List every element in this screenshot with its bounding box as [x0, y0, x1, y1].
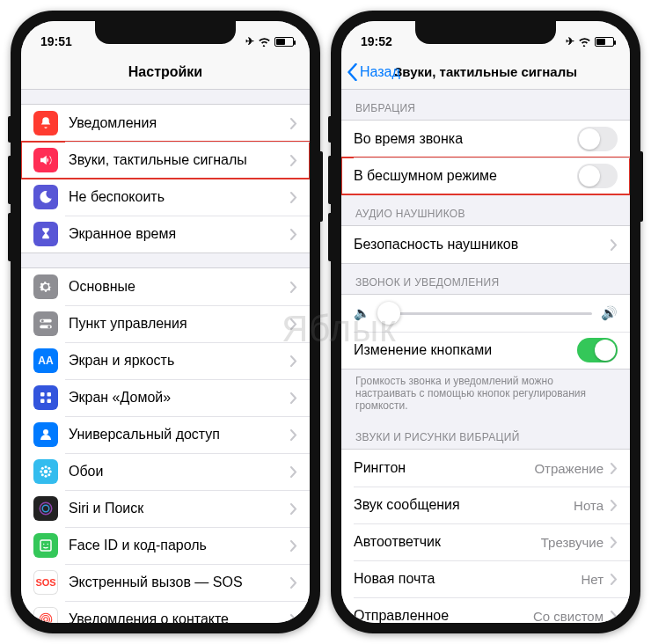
- sounds-content[interactable]: ВИБРАЦИЯ Во время звонкаВ бесшумном режи…: [341, 90, 630, 623]
- battery-icon: [274, 37, 294, 47]
- chevron-right-icon: [290, 429, 297, 441]
- settings-row[interactable]: Экранное время: [21, 216, 310, 252]
- back-label: Назад: [360, 64, 400, 80]
- row-label: Обои: [69, 464, 283, 479]
- ringer-footer: Громкость звонка и уведомлений можно нас…: [341, 370, 630, 419]
- change-with-buttons-row[interactable]: Изменение кнопками: [341, 332, 630, 369]
- vibration-row[interactable]: В бесшумном режиме: [341, 157, 630, 194]
- svg-rect-6: [40, 399, 45, 404]
- settings-row[interactable]: Обои: [21, 453, 310, 490]
- settings-group-1: УведомленияЗвуки, тактильные сигналыНе б…: [21, 104, 310, 253]
- settings-row[interactable]: AAЭкран и яркость: [21, 342, 310, 379]
- sound-row[interactable]: ОтправленноеСо свистом: [341, 597, 630, 623]
- row-label: Пункт управления: [69, 316, 283, 332]
- row-label: Новая почта: [354, 571, 575, 587]
- row-label: В бесшумном режиме: [354, 168, 577, 184]
- wifi-icon: [578, 37, 591, 47]
- chevron-right-icon: [290, 577, 297, 589]
- phone-left: 19:51 ✈︎ Настройки УведомленияЗвуки, так…: [11, 11, 320, 633]
- svg-point-11: [45, 475, 48, 478]
- row-label: Экстренный вызов — SOS: [69, 574, 283, 590]
- volume-high-icon: 🔊: [601, 305, 618, 321]
- svg-point-1: [41, 319, 44, 322]
- status-time: 19:51: [40, 34, 72, 48]
- sound-row[interactable]: Звук сообщенияНота: [341, 487, 630, 523]
- change-with-buttons-toggle[interactable]: [577, 338, 618, 362]
- chevron-right-icon: [290, 118, 297, 129]
- chevron-right-icon: [611, 611, 618, 622]
- volume-low-icon: 🔈: [354, 305, 370, 321]
- row-detail: Трезвучие: [541, 535, 603, 550]
- svg-point-19: [42, 505, 49, 512]
- settings-row[interactable]: Экран «Домой»: [21, 379, 310, 416]
- chevron-right-icon: [611, 537, 618, 548]
- row-icon: [33, 533, 58, 558]
- settings-row[interactable]: Основные: [21, 268, 310, 305]
- ringer-volume-slider-row[interactable]: 🔈 🔊: [341, 295, 630, 332]
- notch: [415, 21, 556, 44]
- settings-row[interactable]: Пункт управления: [21, 305, 310, 342]
- settings-row[interactable]: Face ID и код-пароль: [21, 527, 310, 564]
- svg-point-10: [45, 465, 48, 468]
- chevron-right-icon: [611, 239, 618, 251]
- svg-point-8: [43, 429, 48, 435]
- row-icon: SOS: [33, 570, 58, 595]
- row-label: Универсальный доступ: [69, 427, 283, 443]
- row-detail: Нота: [574, 498, 603, 513]
- row-icon: [33, 148, 58, 172]
- status-icons: ✈︎: [245, 35, 294, 48]
- volume-slider-thumb[interactable]: [377, 302, 400, 325]
- row-label: Во время звонка: [354, 131, 577, 147]
- settings-content[interactable]: УведомленияЗвуки, тактильные сигналыНе б…: [21, 90, 310, 623]
- row-icon: [33, 607, 58, 623]
- sound-row[interactable]: РингтонОтражение: [341, 450, 630, 487]
- svg-point-13: [49, 471, 52, 473]
- row-label: Основные: [69, 279, 283, 295]
- row-detail: Со свистом: [533, 609, 603, 624]
- row-label: Отправленное: [354, 608, 528, 623]
- svg-point-9: [44, 470, 48, 474]
- svg-point-21: [43, 544, 45, 545]
- svg-point-3: [48, 326, 50, 328]
- headphone-safety-row[interactable]: Безопасность наушников: [341, 226, 630, 263]
- vibration-row[interactable]: Во время звонка: [341, 121, 630, 157]
- chevron-right-icon: [290, 318, 297, 330]
- settings-row[interactable]: Siri и Поиск: [21, 490, 310, 527]
- back-button[interactable]: Назад: [347, 63, 400, 81]
- status-time: 19:52: [361, 34, 392, 48]
- svg-rect-20: [40, 540, 51, 551]
- chevron-right-icon: [290, 614, 297, 624]
- settings-row[interactable]: Уведомления: [21, 105, 310, 142]
- svg-point-12: [40, 471, 42, 473]
- settings-row[interactable]: Универсальный доступ: [21, 416, 310, 453]
- svg-point-18: [40, 502, 52, 515]
- toggle-switch[interactable]: [577, 127, 618, 151]
- settings-row[interactable]: SOSЭкстренный вызов — SOS: [21, 564, 310, 601]
- sound-row[interactable]: Новая почтаНет: [341, 560, 630, 597]
- navigation-bar: Назад Звуки, тактильные сигналы: [341, 55, 630, 90]
- sound-row[interactable]: АвтоответчикТрезвучие: [341, 523, 630, 560]
- toggle-switch[interactable]: [577, 164, 618, 188]
- section-ringer-header: ЗВОНОК И УВЕДОМЛЕНИЯ: [341, 264, 630, 294]
- settings-row[interactable]: Не беспокоить: [21, 179, 310, 216]
- row-icon: [33, 222, 58, 246]
- row-label: Рингтон: [354, 460, 529, 476]
- chevron-right-icon: [290, 229, 297, 240]
- airplane-icon: ✈︎: [245, 35, 254, 48]
- row-label: Автоответчик: [354, 534, 536, 550]
- settings-row[interactable]: Уведомления о контакте: [21, 601, 310, 623]
- svg-point-22: [48, 544, 49, 545]
- settings-row[interactable]: Звуки, тактильные сигналы: [21, 142, 310, 179]
- phone-right: 19:52 ✈︎ Назад Звуки, тактильные сигналы…: [331, 11, 640, 633]
- chevron-right-icon: [611, 500, 618, 511]
- change-with-buttons-label: Изменение кнопками: [354, 342, 577, 358]
- chevron-right-icon: [290, 540, 297, 552]
- volume-slider-track[interactable]: [379, 312, 592, 315]
- chevron-right-icon: [290, 392, 297, 404]
- battery-icon: [595, 37, 614, 47]
- row-icon: [33, 185, 58, 209]
- navigation-bar: Настройки: [21, 55, 310, 90]
- page-title: Настройки: [128, 64, 202, 80]
- row-label: Звук сообщения: [354, 497, 568, 513]
- svg-point-14: [41, 467, 44, 470]
